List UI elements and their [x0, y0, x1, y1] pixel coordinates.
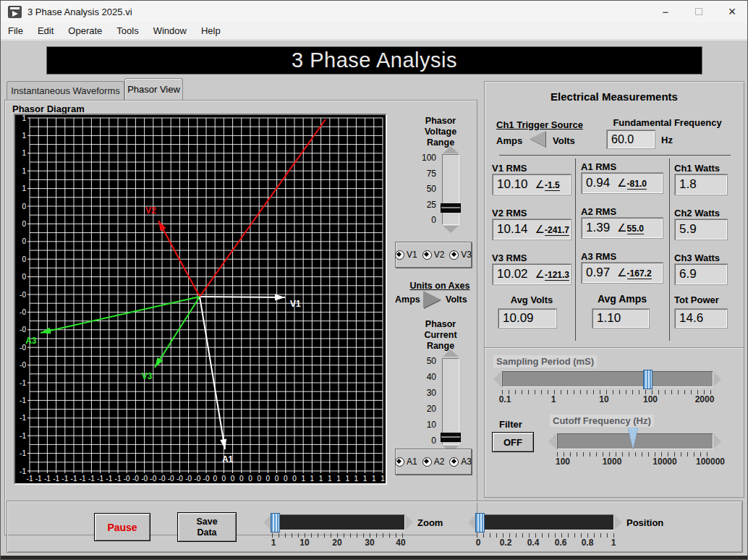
menu-window[interactable]: Window [146, 24, 194, 38]
angle-icon: ∠ [617, 177, 626, 190]
svg-text:-1: -1 [53, 475, 59, 483]
svg-text:-0: -0 [177, 475, 183, 483]
svg-text:A1: A1 [222, 454, 234, 464]
zoom-tick: 10 [299, 538, 309, 548]
angle-icon: ∠ [617, 221, 626, 234]
position-slider[interactable] [477, 514, 614, 530]
svg-text:1: 1 [345, 475, 349, 483]
current-range-slider-handle[interactable] [441, 433, 461, 442]
maximize-button[interactable] [682, 1, 715, 22]
zoom-tick: 40 [396, 538, 405, 548]
zoom-slider[interactable] [272, 514, 405, 530]
phasor-diagram-label: Phasor Diagram [12, 103, 85, 114]
footer-bar: Pause SaveData Zoom 1 10 20 30 40 Positi… [7, 501, 743, 553]
units-on-axes-switch[interactable] [423, 291, 441, 308]
voltage-range-slider[interactable] [442, 154, 459, 225]
menu-file[interactable]: File [1, 24, 30, 38]
radio-v3[interactable]: V3 [449, 250, 472, 260]
radio-a1-icon [395, 457, 404, 467]
tab-instantaneous-waveforms[interactable]: Instantaneous Waveforms [7, 81, 124, 100]
units-amps-label: Amps [395, 294, 420, 305]
zoom-tick: 20 [332, 538, 341, 548]
svg-text:-1: -1 [20, 449, 26, 457]
svg-text:0: 0 [292, 475, 297, 483]
cutoff-left-arrow[interactable] [548, 433, 556, 449]
current-range-increment-arrow[interactable] [443, 349, 459, 357]
filter-off-button[interactable]: OFF [492, 432, 534, 452]
voltage-range-increment-arrow[interactable] [443, 146, 459, 153]
position-tick: 0 [476, 538, 481, 548]
filter-label: Filter [499, 419, 522, 430]
svg-text:0: 0 [248, 475, 252, 483]
trigger-volts-label: Volts [553, 135, 575, 146]
cutoff-right-arrow[interactable] [713, 433, 721, 449]
svg-text:-0: -0 [132, 475, 139, 483]
voltage-range-decrement-arrow[interactable] [443, 226, 459, 233]
menu-edit[interactable]: Edit [30, 24, 61, 38]
svg-text:-1: -1 [27, 475, 33, 483]
ch2-watts-display: 5.9 [674, 219, 728, 240]
a2-rms-display: 1.39∠55.0 [581, 217, 663, 239]
a1-rms-display: 0.94∠-81.0 [581, 172, 663, 194]
save-data-button[interactable]: SaveData [177, 512, 237, 542]
divider-vertical-2 [669, 158, 670, 341]
a1-rms-label: A1 RMS [581, 161, 616, 172]
position-slider-handle[interactable] [475, 513, 485, 533]
svg-text:1: 1 [336, 475, 341, 483]
svg-text:1: 1 [354, 475, 359, 483]
radio-v1[interactable]: V1 [395, 250, 417, 260]
menu-tools[interactable]: Tools [109, 24, 145, 38]
a3-rms-label: A3 RMS [581, 251, 616, 262]
current-range-scale: 50 40 30 20 10 0 [404, 356, 436, 446]
sampling-right-arrow[interactable] [713, 371, 721, 387]
close-button[interactable]: × [715, 1, 748, 22]
svg-text:-0: -0 [203, 475, 210, 483]
cutoff-slider-pointer[interactable] [628, 428, 638, 449]
svg-text:V1: V1 [290, 299, 301, 309]
cutoff-tick: 100 [556, 457, 570, 467]
radio-v2[interactable]: V2 [422, 250, 445, 260]
cutoff-tick: 10000 [653, 457, 676, 467]
radio-a2-icon [422, 457, 432, 467]
position-tick: 0.8 [582, 538, 594, 548]
svg-text:-0: -0 [124, 475, 130, 483]
radio-a1[interactable]: A1 [395, 457, 417, 467]
radio-a2[interactable]: A2 [422, 457, 445, 467]
svg-text:V3: V3 [142, 371, 153, 381]
trigger-source-switch[interactable] [530, 131, 545, 147]
menu-help[interactable]: Help [194, 24, 228, 38]
zoom-slider-handle[interactable] [271, 513, 280, 533]
phasor-plot-svg: -1-1-1-1-1-1-1-1-1-1-1-0-0-0-0-0-0-0-0-0… [15, 115, 386, 483]
pause-button[interactable]: Pause [94, 513, 150, 541]
fundamental-frequency-field[interactable]: 60.0 [606, 130, 655, 149]
svg-text:0: 0 [275, 475, 279, 483]
minimize-button[interactable]: − [649, 1, 682, 22]
tab-phasor-view[interactable]: Phasor View [124, 78, 183, 100]
hz-unit-label: Hz [661, 135, 673, 145]
voltage-range-slider-handle[interactable] [441, 203, 461, 213]
svg-text:0: 0 [22, 220, 26, 228]
ch3-watts-label: Ch3 Watts [674, 253, 720, 263]
current-range-slider[interactable] [442, 358, 459, 445]
position-right-arrow[interactable] [614, 514, 622, 530]
svg-text:1: 1 [22, 149, 26, 157]
voltage-channel-selector: V1 V2 V3 [395, 242, 472, 268]
svg-text:-1: -1 [44, 475, 51, 483]
tot-power-label: Tot Power [674, 294, 719, 305]
svg-text:-0: -0 [20, 308, 26, 316]
menu-operate[interactable]: Operate [61, 24, 109, 38]
svg-text:V2: V2 [145, 205, 156, 216]
zoom-right-arrow[interactable] [405, 514, 413, 530]
sampling-period-label: Sampling Period (mS) [493, 355, 597, 368]
sampling-slider[interactable] [502, 371, 713, 387]
avg-amps-display: 1.10 [592, 308, 650, 328]
v2-rms-label: V2 RMS [492, 208, 527, 219]
v1-rms-display: 10.10∠-1.5 [492, 174, 571, 195]
sampling-tick: 10 [599, 394, 608, 404]
svg-text:1: 1 [22, 115, 26, 122]
sampling-slider-handle[interactable] [643, 370, 653, 389]
window-controls: − × [649, 1, 748, 22]
sampling-left-arrow[interactable] [493, 371, 501, 387]
position-tick: 0.2 [500, 538, 512, 548]
radio-a3[interactable]: A3 [449, 457, 472, 467]
